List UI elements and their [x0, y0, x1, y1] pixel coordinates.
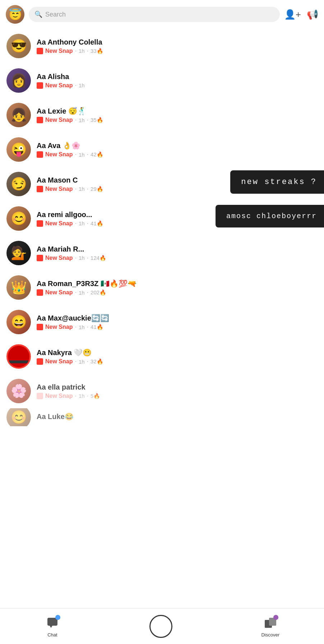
camera-button[interactable]	[149, 615, 172, 638]
contact-name: Aa Alisha	[37, 73, 318, 81]
new-snap-label: New Snap	[45, 82, 73, 89]
avatar: 😊	[6, 408, 31, 426]
snap-indicator	[37, 82, 43, 89]
chat-item[interactable]: Aa Nakyra 🤍😬 New Snap · 1h · 32🔥	[0, 339, 324, 374]
chat-item[interactable]: 😏 Aa Mason C New Snap · 1h · 29🔥 new str…	[0, 167, 324, 201]
discover-nav-icon-wrap	[263, 615, 278, 631]
notification-icon[interactable]: 📢	[307, 9, 318, 20]
avatar: 👑	[6, 275, 31, 300]
new-snap-label: New Snap	[45, 289, 73, 296]
chat-meta: New Snap · 1h · 42🔥	[37, 151, 318, 158]
chat-info: Aa Roman_P3R3Z 🇲🇽🔥💯🔫 New Snap · 1h · 202…	[37, 279, 318, 296]
chat-nav-label: Chat	[47, 632, 57, 638]
avatar: 👩	[6, 68, 31, 93]
add-friend-icon[interactable]: 👤+	[284, 9, 301, 20]
snap-indicator	[37, 393, 43, 399]
contact-name: Aa Lexie 😴🕺	[37, 107, 318, 115]
chat-item[interactable]: 😊 Aa Luke😂	[0, 408, 324, 426]
new-snap-label: New Snap	[45, 117, 73, 123]
chat-item[interactable]: 👧 Aa Lexie 😴🕺 New Snap · 1h · 35🔥	[0, 98, 324, 132]
search-bar[interactable]: 🔍 Search	[29, 7, 280, 22]
avatar: 💁	[6, 241, 31, 265]
new-snap-label: New Snap	[45, 151, 73, 158]
bottom-nav: Chat Discover	[0, 608, 324, 644]
discover-badge	[273, 615, 278, 620]
contact-name: Aa Roman_P3R3Z 🇲🇽🔥💯🔫	[37, 279, 318, 288]
snap-indicator	[37, 358, 43, 365]
new-snap-label: New Snap	[45, 393, 73, 399]
chat-nav-icon-wrap	[45, 615, 60, 631]
avatar: 😜	[6, 137, 31, 162]
avatar: 👧	[6, 103, 31, 127]
chat-list: 😎 Aa Anthony Colella New Snap · 1h · 33🔥…	[0, 29, 324, 426]
snap-indicator	[37, 151, 43, 158]
new-snap-label: New Snap	[45, 48, 73, 54]
chat-meta: New Snap · 1h · 41🔥	[37, 324, 318, 330]
chat-info: Aa Mariah R... New Snap · 1h · 124🔥	[37, 245, 318, 261]
new-snap-label: New Snap	[45, 358, 73, 365]
nav-discover[interactable]: Discover	[261, 615, 279, 638]
chat-meta: New Snap · 1h	[37, 82, 318, 89]
chat-info: Aa Anthony Colella New Snap · 1h · 33🔥	[37, 38, 318, 54]
chat-item[interactable]: 👩 Aa Alisha New Snap · 1h	[0, 63, 324, 98]
search-placeholder: Search	[45, 11, 66, 18]
chat-item[interactable]: 😄 Aa Max@auckie🔄🔄 New Snap · 1h · 41🔥	[0, 305, 324, 339]
amosc-tooltip: amosc chloeboyerrr	[216, 205, 324, 227]
snap-indicator	[37, 48, 43, 54]
contact-name: Aa Luke😂	[37, 412, 318, 421]
chat-info: Aa Max@auckie🔄🔄 New Snap · 1h · 41🔥	[37, 314, 318, 330]
new-snap-label: New Snap	[45, 324, 73, 330]
new-snap-label: New Snap	[45, 220, 73, 227]
chat-meta: New Snap · 1h · 124🔥	[37, 255, 318, 261]
chat-info: Aa Nakyra 🤍😬 New Snap · 1h · 32🔥	[37, 348, 318, 365]
chat-info: Aa ella patrick New Snap · 1h · 5🔥	[37, 383, 318, 399]
contact-name: Aa Max@auckie🔄🔄	[37, 314, 318, 322]
chat-badge	[55, 615, 60, 620]
avatar: 🌸	[6, 379, 31, 403]
chat-info: Aa Luke😂	[37, 412, 318, 422]
chat-item[interactable]: 😊 Aa remi allgoo... New Snap · 1h · 41🔥 …	[0, 201, 324, 236]
header-icons: 👤+ 📢	[284, 9, 318, 20]
chat-item[interactable]: 😎 Aa Anthony Colella New Snap · 1h · 33🔥	[0, 29, 324, 63]
contact-name: Aa Mariah R...	[37, 245, 318, 253]
new-snap-label: New Snap	[45, 186, 73, 192]
snap-indicator	[37, 324, 43, 330]
snap-indicator	[37, 289, 43, 296]
new-snap-label: New Snap	[45, 255, 73, 261]
discover-nav-label: Discover	[261, 632, 279, 638]
chat-meta: New Snap · 1h · 33🔥	[37, 48, 318, 54]
contact-name: Aa Ava 👌🌸	[37, 141, 318, 150]
chat-meta: New Snap · 1h · 35🔥	[37, 117, 318, 123]
avatar: 😏	[6, 172, 31, 196]
chat-item[interactable]: 💁 Aa Mariah R... New Snap · 1h · 124🔥	[0, 236, 324, 270]
chat-info: Aa Lexie 😴🕺 New Snap · 1h · 35🔥	[37, 107, 318, 123]
snap-indicator	[37, 186, 43, 192]
snap-indicator	[37, 255, 43, 261]
nav-chat[interactable]: Chat	[45, 615, 60, 638]
snap-indicator	[37, 117, 43, 123]
self-avatar[interactable]: 😇	[6, 5, 24, 24]
contact-name: Aa Anthony Colella	[37, 38, 318, 46]
chat-meta: New Snap · 1h · 202🔥	[37, 289, 318, 296]
chat-item[interactable]: 🌸 Aa ella patrick New Snap · 1h · 5🔥	[0, 374, 324, 408]
chat-info: Aa Ava 👌🌸 New Snap · 1h · 42🔥	[37, 141, 318, 158]
nav-camera[interactable]	[149, 615, 172, 638]
avatar: 😊	[6, 206, 31, 231]
search-icon: 🔍	[34, 10, 42, 18]
new-streaks-tooltip: new streaks ?	[230, 170, 324, 194]
chat-item[interactable]: 😜 Aa Ava 👌🌸 New Snap · 1h · 42🔥	[0, 132, 324, 167]
svg-marker-1	[50, 626, 52, 628]
avatar: 😎	[6, 34, 31, 58]
chat-meta: New Snap · 1h · 5🔥	[37, 393, 318, 399]
avatar: 😄	[6, 310, 31, 334]
snap-indicator	[37, 220, 43, 227]
chat-info: Aa Alisha New Snap · 1h	[37, 73, 318, 89]
chat-meta: New Snap · 1h · 32🔥	[37, 358, 318, 365]
header: 😇 🔍 Search 👤+ 📢	[0, 0, 324, 29]
contact-name: Aa ella patrick	[37, 383, 318, 391]
avatar	[6, 344, 31, 369]
chat-item[interactable]: 👑 Aa Roman_P3R3Z 🇲🇽🔥💯🔫 New Snap · 1h · 2…	[0, 270, 324, 305]
contact-name: Aa Nakyra 🤍😬	[37, 348, 318, 357]
